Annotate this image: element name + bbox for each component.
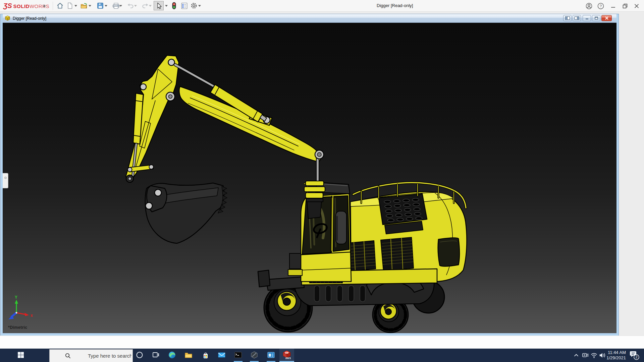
task-view-icon: [152, 351, 160, 359]
notifications-button[interactable]: 2: [629, 349, 640, 362]
undo-button[interactable]: [126, 1, 135, 10]
app-title: Digger [Read-only]: [377, 3, 413, 8]
new-document-icon: [66, 2, 74, 9]
minimize-icon: [609, 2, 617, 10]
cortana-icon: [136, 351, 143, 359]
clock-time: 11:44 AM: [599, 350, 626, 355]
save-button[interactable]: [96, 1, 105, 10]
panel-tab-handle-icon: [4, 177, 7, 179]
home-icon: [56, 2, 64, 9]
help-icon: ?: [597, 2, 604, 10]
chevron-up-icon: [573, 352, 580, 359]
pane-right-icon: [575, 16, 579, 20]
feature-panel-collapsed-tab[interactable]: [3, 173, 8, 188]
triad-x-label: x: [31, 313, 33, 318]
home-button[interactable]: [56, 1, 64, 10]
close-icon: [633, 2, 640, 10]
options-dropdown[interactable]: [198, 5, 201, 8]
file-properties-icon: [180, 2, 188, 10]
restore-down-icon: [621, 2, 629, 10]
toolbar-separator: [53, 2, 53, 10]
print-button[interactable]: [111, 1, 120, 10]
search-input[interactable]: [88, 353, 131, 359]
camera-tray-icon: [582, 352, 589, 359]
app-titlebar[interactable]: ƷS SOLID WORKS: [0, 0, 644, 12]
notification-badge: 2: [636, 355, 638, 359]
file-explorer-button[interactable]: [181, 349, 196, 361]
account-icon: [585, 2, 593, 10]
excavator-model[interactable]: [126, 55, 467, 333]
help-button[interactable]: ?: [597, 2, 605, 10]
redo-icon: [142, 2, 149, 9]
pane-right-button[interactable]: [573, 15, 581, 21]
rebuild-button[interactable]: [170, 1, 178, 10]
doc-close-button[interactable]: [601, 15, 612, 21]
screen: ƷS SOLID WORKS: [0, 0, 644, 362]
pane-left-icon: [565, 16, 570, 20]
doc-minimize-button[interactable]: [583, 15, 591, 21]
assembly-document-icon: [5, 15, 10, 21]
cortana-button[interactable]: [132, 349, 147, 361]
file-properties-button[interactable]: [180, 1, 189, 10]
gear-icon: [190, 2, 198, 10]
hexagon-app-button[interactable]: [247, 349, 262, 361]
undo-icon: [127, 2, 134, 9]
document-title: Digger [Read-only]: [13, 16, 46, 21]
select-arrow-icon: [155, 2, 163, 10]
triad-y-label: Y: [15, 295, 17, 300]
print-dropdown[interactable]: [119, 5, 122, 8]
select-tool-dropdown[interactable]: [165, 5, 168, 8]
doc-minimize-icon: [585, 16, 589, 20]
terminal-button[interactable]: [231, 349, 246, 361]
new-document-button[interactable]: [66, 1, 74, 10]
document-titlebar[interactable]: Digger [Read-only]: [3, 14, 616, 23]
select-tool-button[interactable]: [154, 1, 164, 10]
account-button[interactable]: [585, 2, 593, 10]
search-icon: [65, 353, 71, 359]
svg-text:2021: 2021: [285, 357, 291, 359]
restore-button[interactable]: [621, 2, 629, 10]
redo-button[interactable]: [141, 1, 150, 10]
edge-button[interactable]: [165, 349, 179, 361]
wifi-tray-button[interactable]: [589, 349, 599, 362]
start-button[interactable]: [13, 349, 28, 361]
undo-dropdown[interactable]: [134, 5, 137, 8]
doc-restore-button[interactable]: [592, 15, 600, 21]
svg-text:SW: SW: [285, 352, 289, 354]
minimize-button[interactable]: [609, 2, 617, 10]
wifi-icon: [590, 352, 598, 359]
solidworks-logo: ƷS SOLID WORKS: [3, 2, 49, 10]
taskbar-search[interactable]: [49, 349, 133, 362]
open-button[interactable]: [79, 1, 88, 10]
logo-flyout-arrow-icon[interactable]: [44, 4, 48, 8]
terminal-icon: [234, 351, 242, 359]
blue-window-app-button[interactable]: [264, 349, 278, 361]
camera-tray-button[interactable]: [581, 349, 590, 362]
redo-dropdown[interactable]: [149, 5, 152, 8]
tray-expand-button[interactable]: [572, 349, 581, 362]
save-dropdown[interactable]: [105, 5, 107, 8]
status-bar: [0, 336, 644, 349]
task-view-button[interactable]: [148, 349, 163, 361]
mail-button[interactable]: [214, 349, 229, 361]
solidworks-taskbar-button[interactable]: SW 2021: [279, 349, 294, 361]
blue-window-icon: [267, 351, 275, 359]
open-dropdown[interactable]: [89, 5, 91, 8]
rebuild-traffic-light-icon: [170, 2, 178, 10]
clock[interactable]: 11:44 AM 1/29/2021: [599, 350, 626, 361]
graphics-area[interactable]: Y x *Dimetric: [3, 23, 616, 333]
edge-icon: [168, 351, 176, 359]
close-button[interactable]: [633, 2, 641, 10]
orientation-triad[interactable]: Y x: [8, 295, 33, 319]
document-window: Digger [Read-only]: [1, 14, 619, 336]
windows-logo-icon: [17, 352, 24, 358]
new-document-dropdown[interactable]: [74, 5, 77, 8]
view-orientation-label: *Dimetric: [8, 325, 28, 330]
svg-text:?: ?: [600, 4, 602, 8]
mail-icon: [218, 351, 226, 359]
clock-date: 1/29/2021: [599, 355, 626, 361]
pane-left-button[interactable]: [563, 15, 572, 21]
options-button[interactable]: [190, 1, 198, 10]
store-icon: [202, 351, 210, 359]
store-button[interactable]: [198, 349, 213, 361]
